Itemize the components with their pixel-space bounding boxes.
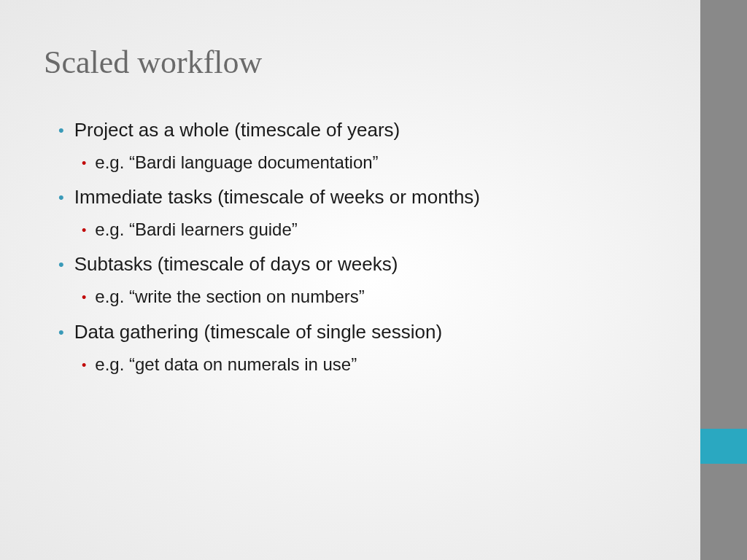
list-item: • e.g. “write the section on numbers” bbox=[58, 283, 664, 310]
bullet-list: • Project as a whole (timescale of years… bbox=[44, 116, 664, 378]
bullet-text: e.g. “get data on numerals in use” bbox=[95, 351, 357, 378]
bullet-icon: • bbox=[58, 324, 64, 341]
list-item: • Immediate tasks (timescale of weeks or… bbox=[58, 183, 664, 211]
sidebar-decoration bbox=[700, 0, 747, 560]
list-item: • e.g. “get data on numerals in use” bbox=[58, 351, 664, 378]
bullet-text: Project as a whole (timescale of years) bbox=[74, 116, 400, 144]
bullet-text: Subtasks (timescale of days or weeks) bbox=[74, 250, 398, 279]
bullet-text: e.g. “Bardi language documentation” bbox=[95, 149, 378, 176]
slide-content: Scaled workflow • Project as a whole (ti… bbox=[0, 0, 700, 560]
bullet-icon: • bbox=[82, 291, 86, 304]
bullet-icon: • bbox=[58, 257, 64, 273]
bullet-icon: • bbox=[82, 224, 86, 237]
list-item: • Data gathering (timescale of single se… bbox=[58, 318, 664, 346]
list-item: • Subtasks (timescale of days or weeks) bbox=[58, 250, 664, 279]
bullet-text: e.g. “Bardi learners guide” bbox=[95, 216, 297, 243]
list-item: • e.g. “Bardi learners guide” bbox=[58, 216, 664, 243]
bullet-text: Data gathering (timescale of single sess… bbox=[74, 318, 442, 346]
bullet-icon: • bbox=[82, 157, 86, 170]
list-item: • e.g. “Bardi language documentation” bbox=[58, 149, 664, 176]
bullet-icon: • bbox=[58, 190, 64, 206]
accent-decoration bbox=[700, 429, 747, 464]
bullet-text: Immediate tasks (timescale of weeks or m… bbox=[74, 183, 480, 211]
slide-title: Scaled workflow bbox=[44, 44, 664, 81]
bullet-text: e.g. “write the section on numbers” bbox=[95, 283, 365, 310]
bullet-icon: • bbox=[82, 359, 86, 372]
list-item: • Project as a whole (timescale of years… bbox=[58, 116, 664, 144]
bullet-icon: • bbox=[58, 122, 64, 139]
